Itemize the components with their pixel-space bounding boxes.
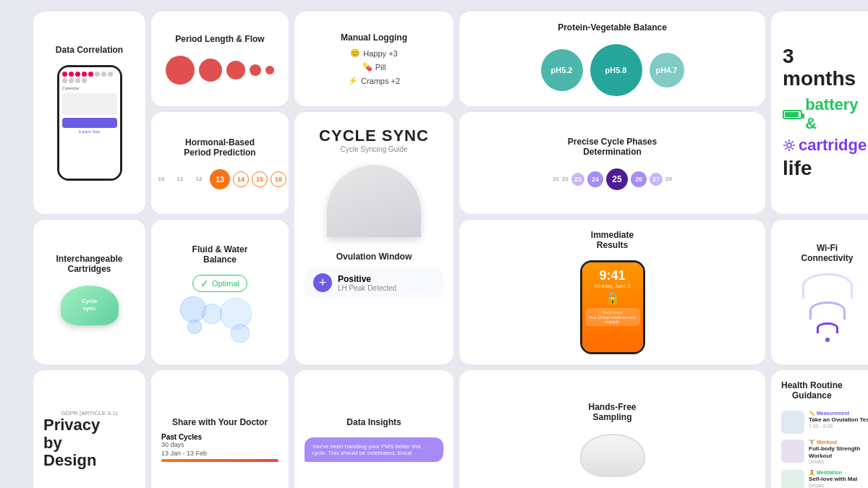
- routine-item-3: 🧘 Meditation Self-love with Mal Details: [781, 470, 868, 488]
- cycle-num-10: 10: [153, 171, 169, 187]
- routine-type-2: 🏋️ Workout: [809, 440, 868, 445]
- cartridges-card: InterchangeableCartridges Cyclesync: [33, 220, 145, 364]
- optimal-badge: ✓ Optimal: [192, 275, 247, 292]
- ph-circle-1: pH5.2: [541, 49, 583, 91]
- data-correlation-card: Data Correlation Calendar Explore Data: [33, 12, 145, 214]
- routine-time-1: 7:30 - 8:00: [809, 424, 868, 429]
- cartridge-image: Cyclesync: [61, 286, 119, 325]
- manual-logging-card: Manual Logging 😊 Happy +3 💊 Pill ⚡ Cramp…: [294, 12, 454, 106]
- immediate-results-card: ImmediateResults 9:41 Monday, June 3 🔒 H…: [459, 220, 765, 364]
- phone-lockscreen-screen: 9:41 Monday, June 3 🔒 Health event Your …: [582, 262, 643, 352]
- routine-thumb-3: [781, 470, 804, 488]
- battery-icon: [783, 110, 802, 119]
- past-cycles-label: Past Cycles: [161, 433, 278, 441]
- feature-grid: Data Correlation Calendar Explore Data: [33, 12, 835, 488]
- wifi-arcs: [802, 273, 853, 342]
- cycle-numbers: 10 11 12 13 14 15 16: [153, 169, 286, 189]
- routine-info-2: 🏋️ Workout Full-body Strength Workout De…: [809, 440, 868, 464]
- logging-items: 😊 Happy +3 💊 Pill ⚡ Cramps +2: [305, 48, 443, 85]
- bubble-container: [180, 296, 260, 340]
- notification-text: Your 12-hour results are now available.: [589, 315, 637, 324]
- bubble-5: [231, 324, 250, 343]
- phone-explore-btn[interactable]: [62, 118, 117, 128]
- period-flow-card: Period Length & Flow: [151, 12, 289, 106]
- precise-cycle-card: Precise Cycle PhasesDetermination 21 22 …: [459, 112, 765, 214]
- wifi-arc-middle: [809, 301, 846, 320]
- cycle-sync-card: CYCLE SYNC Cycle Syncing Guide Ovulation…: [294, 112, 454, 364]
- cycle-num-14: 14: [233, 171, 249, 187]
- cycle-sync-subtitle: Cycle Syncing Guide: [341, 145, 408, 153]
- logging-item-pill: 💊 Pill: [362, 62, 386, 72]
- share-doctor-card: Share with Your Doctor Past Cycles 30 da…: [151, 370, 289, 488]
- check-icon: ✓: [200, 278, 209, 289]
- cartridge-label: cartridge: [799, 136, 867, 155]
- logging-item-happy: 😊 Happy +3: [350, 48, 397, 58]
- phase-numbers: 21 22 23 24 25 26 27 28: [553, 168, 672, 190]
- svg-point-0: [787, 143, 791, 147]
- wifi-arc-outer: [802, 273, 853, 299]
- life-label: life: [783, 158, 868, 180]
- logging-item-cramps: ⚡ Cramps +2: [348, 76, 400, 85]
- phase-27: 27: [650, 173, 663, 186]
- cycle-num-16: 16: [271, 171, 286, 187]
- ovulation-text: Positive LH Peak Detected: [338, 274, 396, 292]
- routine-thumb-1: [781, 411, 804, 434]
- routine-name-3: Self-love with Mal: [809, 476, 868, 483]
- flow-dot-1: [166, 56, 195, 85]
- date-range: 13 Jan - 13 Feb: [161, 450, 278, 457]
- battery-label: battery &: [805, 95, 868, 133]
- routine-name-2: Full-body Strength Workout: [809, 445, 868, 459]
- happy-label: Happy +3: [363, 49, 397, 58]
- flow-dots: [166, 56, 274, 85]
- health-routine-title: Health RoutineGuidance: [781, 380, 843, 401]
- hormonal-card: Hormonal-BasedPeriod Prediction 10 11 12…: [151, 112, 289, 214]
- battery-card: 3 months battery & cartridge life: [771, 12, 868, 214]
- period-flow-title: Period Length & Flow: [175, 34, 264, 44]
- wifi-title: Wi-FiConnectivity: [801, 243, 853, 263]
- pill-label: Pill: [375, 63, 386, 72]
- phase-23: 23: [571, 173, 584, 186]
- cycle-sync-title: CYCLE SYNC: [319, 127, 429, 145]
- cartridges-title: InterchangeableCartridges: [56, 254, 122, 274]
- share-doctor-title: Share with Your Doctor: [172, 417, 268, 427]
- wifi-dot: [825, 338, 830, 342]
- insight-text: You've been handling your PMS better thi…: [312, 443, 436, 456]
- data-correlation-title: Data Correlation: [56, 45, 123, 55]
- battery-section: battery & cartridge life: [783, 95, 868, 180]
- phone-mockup: Calendar Explore Data: [57, 65, 122, 181]
- ph-circle-2: pH5.8: [590, 44, 642, 96]
- cycle-num-15: 15: [252, 171, 268, 187]
- cramps-label: Cramps +2: [361, 77, 400, 85]
- phone-screen: Calendar Explore Data: [59, 67, 120, 179]
- privacy-title: PrivacybyDesign: [43, 416, 135, 469]
- phase-26: 26: [631, 171, 647, 187]
- data-insights-card: Data Insights You've been handling your …: [294, 370, 454, 488]
- lock-icon: 🔒: [605, 291, 620, 305]
- protein-veg-title: Protein-Vegetable Balance: [558, 22, 667, 33]
- positive-icon: +: [313, 273, 332, 292]
- hormonal-title: Hormonal-BasedPeriod Prediction: [184, 137, 255, 158]
- routine-type-1: 📏 Measurement: [809, 411, 868, 416]
- cycle-num-12: 12: [191, 171, 207, 187]
- share-content: Past Cycles 30 days 13 Jan - 13 Feb: [161, 433, 278, 462]
- phone-lockscreen-mockup: 9:41 Monday, June 3 🔒 Health event Your …: [580, 260, 645, 354]
- routine-thumb-2: [781, 440, 804, 463]
- ovulation-result: + Positive LH Peak Detected: [305, 267, 443, 298]
- fluid-title: Fluid & WaterBalance: [192, 244, 248, 265]
- ovulation-detail: LH Peak Detected: [338, 284, 396, 292]
- ph-circles: pH5.2 pH5.8 pH4.7: [541, 44, 684, 96]
- cycle-num-13-active: 13: [210, 169, 230, 189]
- cycle-num-11: 11: [172, 171, 188, 187]
- flow-dot-3: [226, 61, 245, 80]
- routine-items: 📏 Measurement Take an Ovulation Test 7:3…: [781, 411, 868, 488]
- immediate-title: ImmediateResults: [591, 230, 634, 250]
- wifi-card: Wi-FiConnectivity: [771, 220, 868, 364]
- routine-item-1: 📏 Measurement Take an Ovulation Test 7:3…: [781, 411, 868, 434]
- ovulation-title: Ovulation Window: [305, 252, 443, 262]
- phase-22: 22: [562, 176, 569, 182]
- pill-icon: 💊: [362, 62, 373, 72]
- bubble-2: [202, 304, 222, 324]
- phase-21: 21: [553, 176, 559, 182]
- optimal-label: Optimal: [212, 279, 239, 288]
- hands-free-device: [580, 434, 645, 477]
